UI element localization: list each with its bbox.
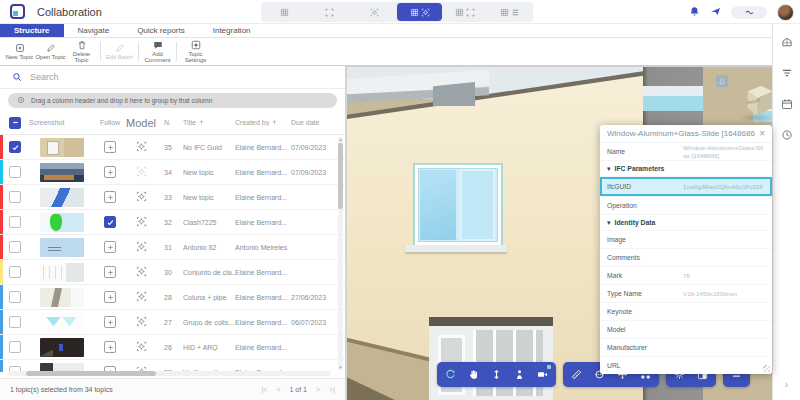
column-header-due-date[interactable]: Due date (291, 119, 335, 126)
delete-topic-button[interactable]: Delete Topic (66, 38, 97, 65)
table-row[interactable]: 28Coluna + pipeElaine Bernard...27/06/20… (0, 285, 345, 310)
table-row[interactable]: 31Antonio 62Antonio Meireles (0, 235, 345, 260)
view-fit-frame-button[interactable] (307, 3, 352, 21)
tab-structure[interactable]: Structure (0, 24, 64, 37)
open-topic-button[interactable]: Open Topic (35, 38, 66, 65)
property-row-image[interactable]: Image (600, 231, 772, 249)
topic-screenshot[interactable] (40, 263, 84, 282)
follow-toggle[interactable] (104, 166, 116, 178)
follow-toggle[interactable] (104, 316, 116, 328)
row-checkbox[interactable] (9, 316, 21, 328)
follow-toggle[interactable] (104, 191, 116, 203)
topic-screenshot[interactable] (40, 238, 84, 257)
horizontal-scrollbar[interactable] (8, 371, 331, 376)
zoom-button[interactable] (485, 362, 508, 387)
property-row-name[interactable]: NameWindow-Aluminum+Glass-Slide [1648686… (600, 143, 772, 161)
follow-toggle[interactable] (104, 241, 116, 253)
column-header-follow[interactable]: Follow (95, 119, 125, 126)
follow-toggle[interactable] (104, 216, 116, 228)
search-input[interactable]: Search (0, 66, 345, 89)
close-icon[interactable]: × (755, 128, 765, 139)
topic-screenshot[interactable] (40, 163, 84, 182)
show-in-model-button[interactable] (136, 166, 147, 179)
measure-button[interactable] (565, 362, 588, 387)
show-in-model-button[interactable] (136, 241, 147, 254)
first-page-button[interactable]: |< (261, 386, 267, 393)
topic-screenshot[interactable] (40, 138, 84, 157)
column-header-n[interactable]: N. (157, 119, 183, 126)
orbit-button[interactable] (439, 362, 462, 387)
column-header-model[interactable]: Model (125, 117, 157, 129)
column-header-screenshot[interactable]: Screenshot (27, 119, 95, 126)
collapse-sidebar-icon[interactable]: › (785, 379, 788, 390)
topic-screenshot[interactable] (40, 213, 84, 232)
row-checkbox[interactable] (9, 341, 21, 353)
camera-button[interactable] (531, 362, 554, 387)
property-row-type-name[interactable]: Type NameV16-1450x1500mm (600, 285, 772, 303)
show-in-model-button[interactable] (136, 141, 147, 154)
row-checkbox[interactable] (9, 141, 21, 153)
topic-screenshot[interactable] (40, 338, 84, 357)
section-ifc-parameters[interactable]: ▾IFC Parameters (600, 161, 772, 177)
view-cube[interactable]: RIGHT (743, 83, 772, 117)
tab-quick-reports[interactable]: Quick reports (123, 24, 199, 37)
last-page-button[interactable]: >| (329, 386, 335, 393)
property-row-keynote[interactable]: Keynote (600, 303, 772, 321)
show-in-model-button[interactable] (136, 291, 147, 304)
walk-button[interactable] (508, 362, 531, 387)
topic-screenshot[interactable] (40, 188, 84, 207)
table-row[interactable]: 35No IFC GuidElaine Bernard...07/09/2023 (0, 135, 345, 160)
show-in-model-button[interactable] (136, 266, 147, 279)
add-comment-button[interactable]: Add Comment (142, 38, 173, 65)
row-checkbox[interactable] (9, 166, 21, 178)
next-page-button[interactable]: > (316, 386, 320, 393)
prev-page-button[interactable]: < (276, 386, 280, 393)
row-checkbox[interactable] (9, 291, 21, 303)
scroll-down-icon[interactable]: ▼ (338, 365, 343, 370)
table-row[interactable]: 32Clash7225Elaine Bernard... (0, 210, 345, 235)
property-row-comments[interactable]: Comments (600, 249, 772, 267)
view-table-button[interactable] (262, 3, 307, 21)
column-header-title[interactable]: Title (183, 119, 235, 126)
selected-window-element[interactable] (415, 165, 501, 245)
table-row[interactable]: 30Conjunto de cla...Elaine Bernard... (0, 260, 345, 285)
view-table-list-button[interactable] (487, 3, 532, 21)
show-in-model-button[interactable] (136, 341, 147, 354)
follow-toggle[interactable] (104, 266, 116, 278)
row-checkbox[interactable] (9, 216, 21, 228)
table-row[interactable]: 26HID + ARQElaine Bernard... (0, 335, 345, 360)
follow-toggle[interactable] (104, 341, 116, 353)
table-row[interactable]: 33New topicElaine Bernard... (0, 185, 345, 210)
follow-toggle[interactable] (104, 291, 116, 303)
show-in-model-button[interactable] (136, 316, 147, 329)
properties-panel-header[interactable]: Window-Aluminum+Glass-Slide [1648686] × (600, 125, 772, 143)
tab-integration[interactable]: Integration (199, 24, 265, 37)
sidebar-history-button[interactable] (781, 129, 793, 144)
group-by-dropzone[interactable]: Drag a column header and drop it here to… (8, 93, 337, 108)
topbar-share-button[interactable] (710, 6, 721, 19)
sidebar-calendar-button[interactable] (781, 98, 793, 113)
sidebar-filters-button[interactable] (781, 67, 793, 82)
home-view-button[interactable]: ⌂ (716, 75, 728, 87)
row-checkbox[interactable] (9, 241, 21, 253)
section-identity-data[interactable]: ▾Identity Data (600, 215, 772, 231)
row-checkbox[interactable] (9, 266, 21, 278)
scroll-up-icon[interactable]: ▲ (338, 137, 343, 142)
show-in-model-button[interactable] (136, 216, 147, 229)
vertical-scroll-thumb[interactable] (338, 143, 343, 209)
property-row-manufacturer[interactable]: Manufacturer (600, 339, 772, 357)
sidebar-models-button[interactable] (781, 36, 793, 51)
pan-button[interactable] (462, 362, 485, 387)
view-table-model-button[interactable] (397, 3, 442, 21)
property-row-mark[interactable]: Mark76 (600, 267, 772, 285)
property-row-operation[interactable]: Operation (600, 197, 772, 215)
view-model-button[interactable] (352, 3, 397, 21)
row-checkbox[interactable] (9, 191, 21, 203)
property-row-url[interactable]: URL (600, 357, 772, 374)
new-topic-button[interactable]: New Topic (4, 38, 35, 65)
app-logo-icon[interactable] (10, 4, 25, 19)
topic-screenshot[interactable] (40, 288, 84, 307)
property-row-ifcguid[interactable]: IfcGUID1xw0g3Rwz2QfmA0c1Pc22F (600, 177, 772, 197)
property-row-model[interactable]: Model (600, 321, 772, 339)
topic-screenshot[interactable] (40, 313, 84, 332)
